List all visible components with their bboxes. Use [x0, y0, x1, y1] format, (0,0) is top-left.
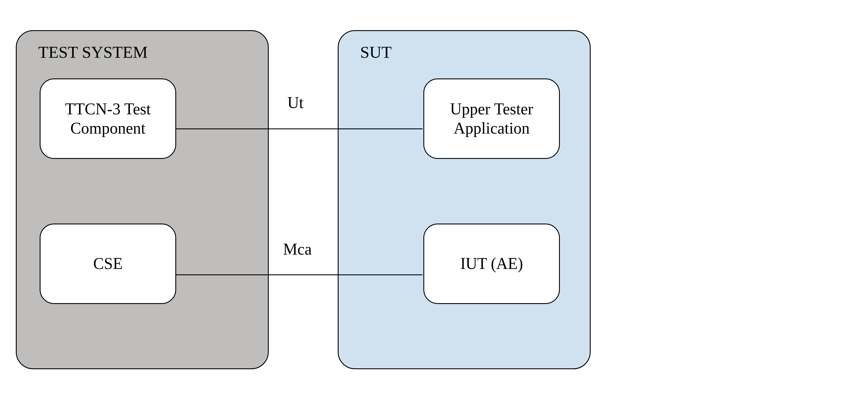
sut-block: SUT Upper TesterApplication IUT (AE) — [338, 30, 591, 369]
sut-title: SUT — [360, 42, 392, 62]
mca-connector-label: Mca — [283, 240, 312, 258]
test-system-block: TEST SYSTEM TTCN-3 TestComponent CSE — [16, 30, 269, 369]
iut-ae-label: IUT (AE) — [460, 254, 523, 273]
ttcn-test-component-label: TTCN-3 TestComponent — [65, 99, 151, 138]
cse-label: CSE — [93, 254, 123, 273]
upper-tester-application-label: Upper TesterApplication — [450, 99, 533, 138]
ut-connector-label: Ut — [287, 93, 304, 112]
mca-connector-line — [175, 274, 423, 275]
cse-box: CSE — [40, 223, 176, 304]
upper-tester-application-box: Upper TesterApplication — [423, 79, 560, 159]
iut-ae-box: IUT (AE) — [423, 223, 560, 304]
test-system-title: TEST SYSTEM — [38, 42, 148, 62]
ut-connector-line — [175, 128, 423, 129]
ttcn-test-component-box: TTCN-3 TestComponent — [40, 79, 176, 159]
